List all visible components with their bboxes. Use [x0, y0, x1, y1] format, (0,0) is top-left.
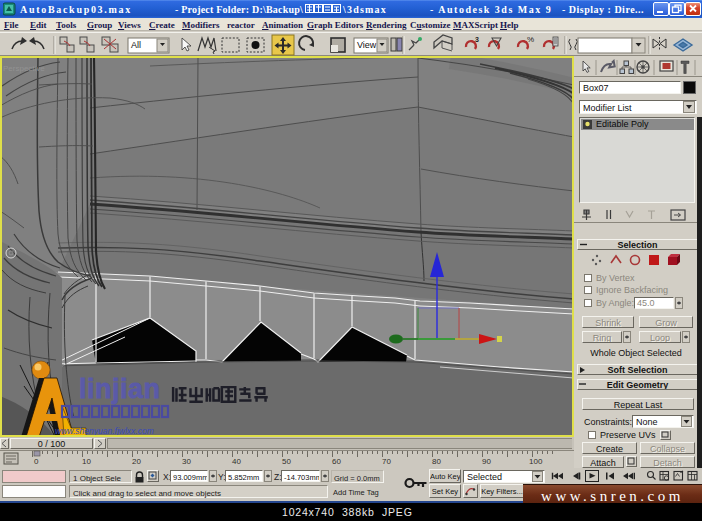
svg-text:70: 70: [382, 457, 391, 466]
svg-text:10: 10: [82, 457, 91, 466]
svg-text:50: 50: [282, 457, 291, 466]
svg-text:100: 100: [529, 457, 543, 466]
svg-text:Perspective: Perspective: [3, 64, 45, 73]
svg-text:80: 80: [432, 457, 441, 466]
svg-text:View: View: [357, 40, 377, 50]
svg-text:40: 40: [232, 457, 241, 466]
svg-text:linjian: linjian: [79, 374, 161, 404]
svg-text:0: 0: [34, 457, 39, 466]
svg-text:www.shenyuan.fjwlxx.com: www.shenyuan.fjwlxx.com: [55, 426, 154, 436]
svg-text:30: 30: [182, 457, 191, 466]
svg-text:All: All: [131, 40, 141, 50]
svg-text:90: 90: [482, 457, 491, 466]
svg-text:%: %: [527, 35, 534, 44]
svg-text:60: 60: [332, 457, 341, 466]
svg-text:20: 20: [132, 457, 141, 466]
svg-text:3: 3: [475, 36, 479, 43]
